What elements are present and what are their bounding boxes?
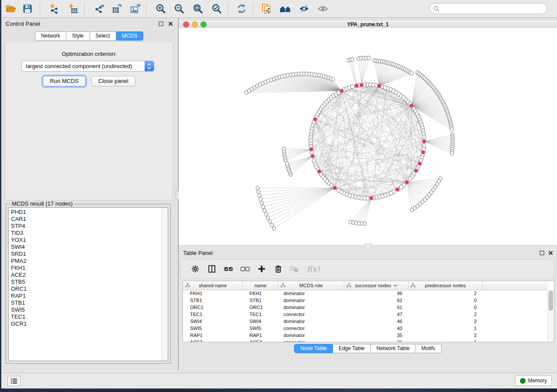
- function-builder-button[interactable]: [287, 262, 301, 276]
- show-graphics-details-button[interactable]: [315, 1, 331, 16]
- mcds-hub-node[interactable]: [309, 148, 313, 151]
- mcds-hub-node[interactable]: [377, 84, 381, 88]
- hide-graphics-details-button[interactable]: [296, 1, 312, 16]
- mcds-hub-node[interactable]: [360, 83, 363, 87]
- save-session-button[interactable]: [20, 1, 35, 16]
- mcds-hub-node[interactable]: [395, 188, 399, 192]
- mcds-list-scrollbar[interactable]: [162, 208, 168, 361]
- mcds-hub-node[interactable]: [355, 84, 359, 88]
- mcds-hub-node[interactable]: [414, 168, 418, 172]
- tab-mcds[interactable]: MCDS: [116, 31, 143, 41]
- column-header-MCDS-role[interactable]: MCDS role: [278, 281, 344, 290]
- mcds-hub-node[interactable]: [339, 89, 343, 93]
- mcds-hub-node[interactable]: [370, 196, 374, 200]
- table-scrollbar-thumb[interactable]: [549, 291, 553, 311]
- export-image-button[interactable]: [128, 1, 143, 16]
- network-window-titlebar[interactable]: YPA_prune.txt_1: [179, 20, 557, 28]
- tab-motifs[interactable]: Motifs: [416, 344, 442, 353]
- refresh-view-button[interactable]: [234, 1, 249, 16]
- search-box[interactable]: [429, 3, 547, 14]
- mcds-hub-node[interactable]: [311, 154, 315, 158]
- import-table-button[interactable]: [66, 1, 81, 16]
- open-session-button[interactable]: [3, 1, 19, 16]
- table-settings-button[interactable]: [188, 262, 202, 276]
- zoom-selected-button[interactable]: [209, 1, 225, 16]
- equation-fx-button[interactable]: f(x): [304, 262, 323, 276]
- mcds-result-item[interactable]: YOX1: [11, 237, 161, 244]
- tab-node-table[interactable]: Node Table: [294, 344, 333, 353]
- close-panel-icon[interactable]: [167, 21, 173, 27]
- table-row[interactable]: RAP1RAP1dominator352: [183, 332, 548, 339]
- optimization-criterion-select[interactable]: largest connected component (undirected): [21, 61, 154, 72]
- first-neighbors-button[interactable]: [277, 1, 293, 16]
- mcds-result-item[interactable]: STP4: [11, 223, 161, 230]
- tab-network-table[interactable]: Network Table: [371, 344, 416, 353]
- mcds-result-item[interactable]: TID3: [11, 230, 161, 237]
- table-row[interactable]: SWI5SWI5connector431: [183, 325, 548, 332]
- mcds-hub-node[interactable]: [317, 169, 321, 173]
- mcds-hub-node[interactable]: [313, 117, 317, 121]
- table-row[interactable]: STB1STB1dominator620: [183, 297, 548, 304]
- mcds-result-item[interactable]: CAR1: [11, 216, 161, 223]
- mcds-result-item[interactable]: TEC1: [11, 313, 161, 320]
- mcds-result-item[interactable]: PHD1: [11, 209, 161, 216]
- mcds-result-item[interactable]: SWI5: [11, 306, 161, 313]
- task-history-button[interactable]: [7, 376, 21, 386]
- mcds-result-item[interactable]: STB1: [11, 299, 161, 306]
- table-scrollbar[interactable]: [547, 290, 554, 342]
- tab-select[interactable]: Select: [90, 31, 116, 41]
- mcds-result-item[interactable]: PMA2: [11, 258, 161, 265]
- tab-edge-table[interactable]: Edge Table: [333, 344, 371, 353]
- tab-network[interactable]: Network: [35, 31, 66, 41]
- zoom-fit-button[interactable]: [190, 1, 206, 16]
- mcds-result-item[interactable]: ORC1: [11, 285, 161, 292]
- run-mcds-button[interactable]: Run MCDS: [43, 76, 86, 86]
- zoom-in-button[interactable]: [153, 1, 169, 16]
- mcds-hub-node[interactable]: [421, 150, 425, 154]
- tab-style[interactable]: Style: [66, 31, 90, 41]
- network-graph[interactable]: [179, 28, 557, 245]
- memory-button[interactable]: Memory: [515, 375, 552, 386]
- cell-shared_name: ACE2: [183, 339, 243, 342]
- export-table-button[interactable]: [109, 1, 125, 16]
- mcds-result-item[interactable]: STB5: [11, 279, 161, 285]
- mcds-result-item[interactable]: SRD1: [11, 251, 161, 258]
- mcds-hub-node[interactable]: [405, 180, 409, 184]
- unselect-all-button[interactable]: [238, 262, 252, 276]
- network-canvas[interactable]: [179, 28, 557, 245]
- mcds-result-item[interactable]: SWI4: [11, 244, 161, 251]
- mcds-hub-node[interactable]: [422, 139, 426, 143]
- float-table-panel-icon[interactable]: [539, 250, 545, 256]
- column-header-predecessor-nodes[interactable]: predecessor nodes: [408, 281, 483, 290]
- export-network-button[interactable]: [92, 1, 107, 16]
- mcds-hub-node[interactable]: [418, 162, 422, 165]
- mcds-hub-node[interactable]: [333, 186, 337, 190]
- table-row[interactable]: SWI4SWI4dominator462: [183, 318, 548, 325]
- column-header-shared-name[interactable]: shared name: [183, 281, 243, 290]
- table-row[interactable]: TEC1TEC1connector472: [183, 311, 548, 318]
- close-panel-button[interactable]: Close panel: [91, 76, 135, 86]
- delete-row-button[interactable]: [271, 262, 285, 276]
- select-all-button[interactable]: [221, 262, 235, 276]
- add-row-button[interactable]: [255, 262, 269, 276]
- mcds-result-item[interactable]: RAP1: [11, 292, 161, 299]
- zoom-out-button[interactable]: [171, 1, 187, 16]
- table-row[interactable]: ORC1ORC1dominator610: [183, 304, 548, 311]
- cell-successors: 47: [344, 311, 408, 318]
- mcds-result-item[interactable]: ACE2: [11, 272, 161, 279]
- mcds-hub-node[interactable]: [409, 104, 413, 108]
- control-panel: Control Panel NetworkStyleSelectMCDS Opt…: [1, 18, 177, 370]
- column-header-successor-nodes[interactable]: successor nodes: [344, 281, 408, 290]
- mcds-result-item[interactable]: GCR1: [11, 320, 161, 327]
- search-input[interactable]: [441, 5, 547, 12]
- table-panel-titlebar: Table Panel: [179, 247, 557, 258]
- column-header-name[interactable]: name: [243, 281, 278, 290]
- clone-network-button[interactable]: [259, 1, 274, 16]
- show-columns-button[interactable]: [205, 262, 219, 276]
- import-network-button[interactable]: [47, 1, 62, 16]
- table-row[interactable]: ACE2ACE2connector311: [183, 339, 548, 342]
- close-table-panel-icon[interactable]: [547, 250, 554, 256]
- mcds-result-item[interactable]: FKH1: [11, 265, 161, 272]
- float-panel-icon[interactable]: [158, 21, 164, 27]
- table-row[interactable]: FKH1FKH1dominator962: [183, 290, 548, 297]
